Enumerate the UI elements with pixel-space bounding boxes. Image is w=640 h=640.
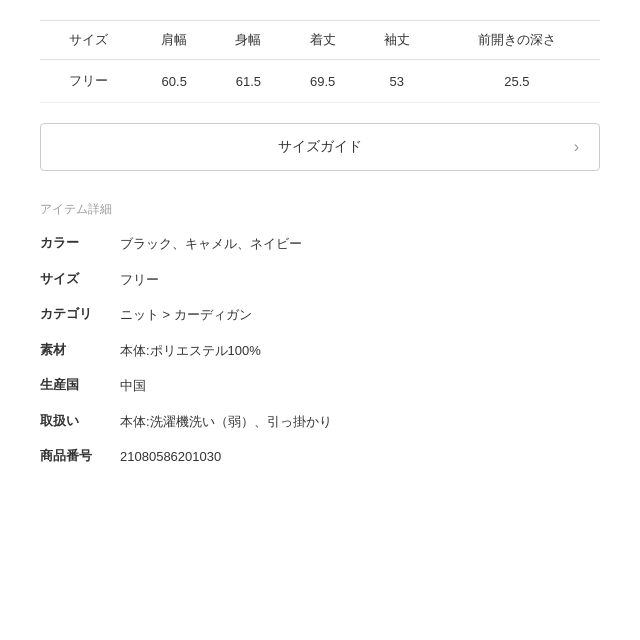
size-guide-button[interactable]: サイズガイド › [40, 123, 600, 171]
detail-label: 商品番号 [40, 447, 120, 465]
section-title: アイテム詳細 [40, 201, 600, 218]
detail-label: 生産国 [40, 376, 120, 394]
detail-value: ニット > カーディガン [120, 305, 252, 325]
table-cell: 53 [360, 60, 434, 103]
detail-value: 中国 [120, 376, 146, 396]
table-cell: 60.5 [137, 60, 211, 103]
size-table-section: サイズ肩幅身幅着丈袖丈前開きの深さ フリー60.561.569.55325.5 [40, 20, 600, 103]
table-header: 肩幅 [137, 21, 211, 60]
table-header: 前開きの深さ [434, 21, 600, 60]
table-cell: フリー [40, 60, 137, 103]
table-cell: 69.5 [286, 60, 360, 103]
table-header: 着丈 [286, 21, 360, 60]
detail-label: カラー [40, 234, 120, 252]
detail-value: 本体:洗濯機洗い（弱）、引っ掛かり [120, 412, 332, 432]
detail-value: 本体:ポリエステル100% [120, 341, 261, 361]
detail-label: 取扱い [40, 412, 120, 430]
size-guide-label: サイズガイド [278, 138, 362, 156]
detail-row: サイズフリー [40, 270, 600, 290]
table-cell: 25.5 [434, 60, 600, 103]
size-table: サイズ肩幅身幅着丈袖丈前開きの深さ フリー60.561.569.55325.5 [40, 20, 600, 103]
detail-row: カテゴリニット > カーディガン [40, 305, 600, 325]
table-header: 身幅 [211, 21, 285, 60]
detail-value: フリー [120, 270, 159, 290]
table-header: 袖丈 [360, 21, 434, 60]
detail-label: サイズ [40, 270, 120, 288]
detail-row: カラーブラック、キャメル、ネイビー [40, 234, 600, 254]
table-cell: 61.5 [211, 60, 285, 103]
detail-value: 21080586201030 [120, 447, 221, 467]
table-row: フリー60.561.569.55325.5 [40, 60, 600, 103]
detail-row: 取扱い本体:洗濯機洗い（弱）、引っ掛かり [40, 412, 600, 432]
detail-value: ブラック、キャメル、ネイビー [120, 234, 302, 254]
detail-row: 素材本体:ポリエステル100% [40, 341, 600, 361]
detail-label: 素材 [40, 341, 120, 359]
detail-row: 商品番号21080586201030 [40, 447, 600, 467]
chevron-right-icon: › [574, 138, 579, 156]
detail-row: 生産国中国 [40, 376, 600, 396]
detail-label: カテゴリ [40, 305, 120, 323]
item-details-section: アイテム詳細 カラーブラック、キャメル、ネイビーサイズフリーカテゴリニット > … [40, 201, 600, 467]
table-header: サイズ [40, 21, 137, 60]
